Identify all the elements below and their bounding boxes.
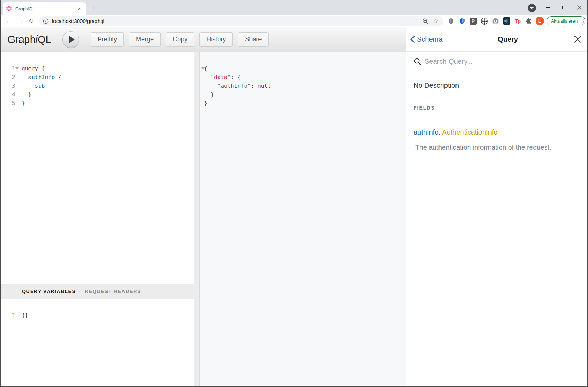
- code-line: {: [200, 64, 406, 73]
- window-border-left: [0, 0, 1, 387]
- tab-strip: GraphiQL × +: [0, 0, 588, 15]
- result-json: { "data": { "authInfo": null }}: [200, 64, 406, 108]
- react-devtools-icon[interactable]: [502, 17, 511, 25]
- chrome-update-button[interactable]: Aktualisieren ⋮: [547, 16, 585, 25]
- bitwarden-shield-icon[interactable]: [458, 17, 466, 25]
- code-line: 1{}: [0, 311, 194, 320]
- close-x-icon: [574, 35, 581, 43]
- code-line: 5}: [0, 99, 194, 108]
- code-line: }: [200, 99, 406, 108]
- fold-arrow-icon[interactable]: [201, 67, 205, 69]
- graphiql-toolbar-buttons: Prettify Merge Copy History Share: [91, 32, 269, 47]
- bookmark-star-icon[interactable]: ☆: [433, 18, 438, 24]
- code-line: "data": {: [200, 73, 406, 81]
- code-line: 3 sub: [0, 81, 194, 90]
- chrome-update-arrow-icon[interactable]: [528, 4, 536, 12]
- close-x-icon: [577, 5, 581, 10]
- copy-button[interactable]: Copy: [166, 32, 194, 47]
- search-placeholder: Search Query...: [425, 58, 473, 66]
- prettify-button[interactable]: Prettify: [91, 32, 124, 47]
- variables-tab-bar: QUERY VARIABLES REQUEST HEADERS: [0, 284, 194, 299]
- profile-avatar[interactable]: L: [536, 17, 544, 25]
- forward-button: →: [15, 15, 25, 27]
- fields-divider: [414, 119, 588, 119]
- line-number: 1: [0, 311, 20, 320]
- tampermonkey-icon[interactable]: Tp: [513, 17, 522, 25]
- pane-resize-handle[interactable]: [194, 52, 200, 387]
- p-badge-icon[interactable]: P: [469, 17, 477, 25]
- merge-button[interactable]: Merge: [129, 32, 161, 47]
- docs-back-link[interactable]: Schema: [410, 35, 449, 43]
- window-close-button[interactable]: [573, 2, 585, 12]
- field-name-link[interactable]: authInfo: [414, 128, 438, 136]
- code-line: "authInfo": null: [200, 81, 406, 90]
- line-number: 5: [0, 99, 20, 108]
- field-row: authInfo: AuthenticationInfo: [414, 128, 580, 137]
- fold-arrow-icon[interactable]: [15, 67, 19, 69]
- window-border-top: [0, 0, 588, 0]
- fields-heading: FIELDS: [414, 105, 580, 111]
- field-description: The authentication information of the re…: [414, 143, 580, 152]
- docs-search-field[interactable]: Search Query...: [406, 52, 588, 71]
- reload-button[interactable]: ↻: [26, 15, 36, 27]
- move-crosshair-icon[interactable]: [480, 17, 488, 25]
- type-description: No Description: [414, 81, 580, 90]
- extensions-row: P Tp L: [447, 15, 544, 27]
- page-info-icon[interactable]: [43, 18, 49, 24]
- browser-tab-graphiql[interactable]: GraphiQL ×: [3, 2, 86, 15]
- line-number: 3: [0, 81, 20, 90]
- docs-close-button[interactable]: [567, 35, 588, 43]
- tab-title: GraphiQL: [15, 6, 76, 11]
- back-button[interactable]: ←: [3, 15, 13, 27]
- result-pane: { "data": { "authInfo": null }}: [200, 52, 406, 387]
- search-underline: [414, 71, 588, 71]
- doc-explorer-panel: Schema Query Search Query... No Descript…: [406, 27, 588, 387]
- code-line: 2 authInfo {: [0, 73, 194, 81]
- line-number: 2: [0, 73, 20, 81]
- browser-window: GraphiQL × + ← → ↻ localhost:3000/graphq…: [0, 0, 588, 387]
- new-tab-button[interactable]: +: [90, 3, 99, 12]
- share-button[interactable]: Share: [238, 32, 269, 47]
- chevron-left-icon: [410, 36, 415, 43]
- update-button-label: Aktualisieren: [551, 18, 578, 24]
- puzzle-extensions-icon[interactable]: [525, 17, 533, 25]
- search-icon: [414, 58, 421, 66]
- query-editor-pane[interactable]: 1query {2 authInfo {3 sub4 }5} QUERY VAR…: [0, 52, 194, 387]
- play-icon: [69, 36, 75, 43]
- doc-explorer-header: Schema Query: [406, 27, 588, 52]
- field-type-link[interactable]: AuthenticationInfo: [442, 128, 497, 136]
- graphql-favicon-icon: [6, 6, 12, 11]
- tab-query-variables[interactable]: QUERY VARIABLES: [22, 289, 76, 294]
- tab-request-headers[interactable]: REQUEST HEADERS: [85, 289, 141, 294]
- graphiql-logo: GraphiQL: [7, 34, 51, 45]
- tab-close-icon[interactable]: ×: [76, 6, 83, 12]
- docs-back-label: Schema: [417, 35, 442, 43]
- window-maximize-button[interactable]: [558, 2, 570, 12]
- camera-icon[interactable]: [491, 17, 500, 25]
- history-button[interactable]: History: [199, 32, 233, 47]
- code-line: 4 }: [0, 90, 194, 99]
- code-line: }: [200, 90, 406, 99]
- window-minimize-button[interactable]: [542, 2, 554, 12]
- variables-editor[interactable]: 1{}: [0, 311, 194, 320]
- ublock-shield-icon[interactable]: [447, 17, 455, 25]
- code-line: 1query {: [0, 64, 194, 73]
- graphiql-topbar: GraphiQL Prettify Merge Copy History Sha…: [0, 27, 406, 52]
- zoom-icon[interactable]: [422, 18, 428, 24]
- address-bar[interactable]: localhost:3000/graphql ☆: [39, 16, 443, 26]
- docs-content: No Description FIELDS authInfo: Authenti…: [406, 81, 588, 152]
- url-text[interactable]: localhost:3000/graphql: [52, 18, 422, 24]
- browser-menu-dots-icon[interactable]: ⋮: [581, 18, 586, 24]
- docs-panel-title: Query: [449, 35, 567, 43]
- query-code[interactable]: 1query {2 authInfo {3 sub4 }5}: [0, 64, 194, 108]
- line-number: 4: [0, 90, 20, 99]
- execute-query-button[interactable]: [62, 31, 79, 48]
